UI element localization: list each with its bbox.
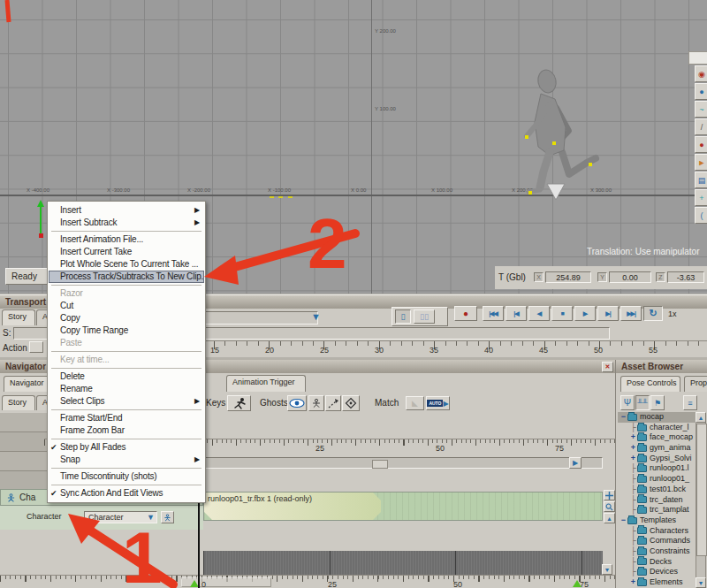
menu-item-insert-animation-file[interactable]: Insert Animation File... — [49, 233, 204, 246]
line-icon[interactable]: / — [695, 118, 707, 135]
hscrollbar-thumb[interactable] — [372, 460, 388, 469]
tree-item-elements[interactable]: +Elements — [618, 577, 696, 588]
character-figure-button[interactable] — [161, 511, 174, 523]
record-button[interactable]: ● — [454, 306, 477, 321]
x-value-field[interactable]: 254.89 — [545, 271, 591, 283]
pan-track-button[interactable] — [604, 490, 615, 500]
go-to-start-button[interactable]: |◀◀ — [483, 306, 504, 321]
asset-browser-titlebar[interactable]: Asset Browser — [616, 360, 707, 373]
expand-minus-icon[interactable]: − — [620, 515, 627, 526]
band-scroll-down-button[interactable]: ▼ — [602, 564, 612, 575]
character-model[interactable] — [511, 64, 603, 202]
scroll-up-button[interactable]: ▲ — [696, 412, 706, 423]
collapse-track-button[interactable]: ▲ — [604, 513, 615, 523]
tab-animation-trigger[interactable]: Animation Trigger — [226, 375, 306, 392]
tab-properties[interactable]: Properties — [684, 376, 707, 392]
loop-button[interactable]: ↻ — [643, 306, 663, 321]
tree-item-decks[interactable]: ├Decks — [618, 557, 696, 568]
menu-item-insert-current-take[interactable]: Insert Current Take — [49, 246, 204, 258]
menu-item-time-discontinuity-shots[interactable]: Time Discontinuity (shots) — [49, 470, 204, 483]
tree-item-characters[interactable]: ├Characters — [618, 526, 696, 537]
menu-item-copy[interactable]: Copy — [49, 312, 204, 325]
tree-item-mocap[interactable]: −mocap — [618, 412, 696, 423]
tree-item-face-mocap[interactable]: +face_mocap — [618, 432, 696, 443]
tree-item-runloop01-l[interactable]: ├runloop01.l — [618, 463, 696, 474]
story-play-button[interactable]: ▶ — [569, 457, 582, 469]
navigator-tab[interactable]: Navigator — [4, 376, 49, 392]
time-cursor[interactable] — [198, 489, 200, 588]
menu-item-insert-subtrack[interactable]: Insert Subtrack▶ — [49, 217, 204, 229]
scroll-down-button[interactable]: ▼ — [696, 577, 706, 588]
layers-icon[interactable]: ▤ — [695, 172, 707, 188]
menu-item-frame-start-end[interactable]: Frame Start/End — [49, 412, 204, 424]
character-dropdown[interactable]: Character ▼ — [84, 511, 157, 523]
navigator-close-button[interactable]: ✕ — [602, 362, 613, 372]
tree-item-gym-anima[interactable]: +gym_anima — [618, 443, 696, 454]
story-hscrollbar[interactable] — [203, 457, 603, 469]
transport-tab-story[interactable]: Story — [2, 309, 35, 325]
tree-item-character-l[interactable]: ├character_l — [618, 423, 696, 433]
asset-tree-scrollbar[interactable]: ▲ ▼ — [696, 412, 706, 588]
figure-button[interactable] — [308, 395, 324, 411]
tree-item-devices[interactable]: ├Devices — [618, 567, 696, 577]
menu-item-sync-action-and-edit-views[interactable]: ✔Sync Action And Edit Views — [49, 487, 204, 500]
expand-minus-icon[interactable]: − — [620, 412, 627, 423]
translation-manipulator[interactable] — [34, 200, 48, 239]
story-tab[interactable]: Story — [2, 395, 35, 410]
stop-button[interactable]: ■ — [551, 306, 573, 321]
tree-view-button[interactable]: Ψ — [620, 395, 635, 410]
menu-item-select-clips[interactable]: Select Clips▶ — [49, 395, 204, 408]
take-combo-arrow-icon[interactable]: ▼ — [311, 311, 321, 322]
tree-item-gypsi-solvi[interactable]: +Gypsi_Solvi — [618, 454, 696, 464]
frame-range-ruler[interactable]: 0255075 — [0, 575, 615, 588]
scrollbar-thumb[interactable] — [696, 424, 707, 556]
playback-speed[interactable]: 1x — [668, 309, 677, 318]
list-view-button[interactable]: ≡ — [683, 395, 697, 410]
match-source-button[interactable]: ◣ — [406, 396, 424, 410]
tree-item-test01-bck[interactable]: ├test01.bck — [618, 485, 696, 495]
menu-item-delete[interactable]: Delete — [49, 370, 204, 383]
wave-icon[interactable]: ~ — [695, 101, 707, 118]
ghosts-button[interactable] — [287, 395, 307, 411]
tree-item-constraints[interactable]: ├Constraints — [618, 546, 696, 557]
pivot-button[interactable] — [342, 395, 360, 411]
record-marker-icon[interactable]: ● — [695, 136, 707, 153]
tree-item-trc-tamplat[interactable]: ├trc_tamplat — [618, 505, 696, 515]
play-button[interactable]: ▶ — [574, 306, 596, 321]
next-key-button[interactable]: ▶| — [597, 306, 619, 321]
menu-item-copy-time-range[interactable]: Copy Time Range — [49, 325, 204, 337]
menu-item-frame-zoom-bar[interactable]: Frame Zoom Bar — [49, 424, 204, 437]
expand-plus-icon[interactable]: + — [629, 432, 637, 443]
tree-item-commands[interactable]: ├Commands — [618, 536, 696, 546]
story-clip-track[interactable]: runloop01_tr.fbx 1 (read-only) — [203, 492, 603, 521]
tree-item-trc-daten[interactable]: ├trc_daten — [618, 495, 696, 506]
point-icon[interactable]: ● — [695, 83, 707, 100]
dual-pane-button[interactable]: ▯▯ — [414, 309, 435, 324]
match-auto-button[interactable]: AUTO ▶ — [426, 396, 450, 410]
flag-view-button[interactable]: ⚑ — [650, 395, 665, 410]
menu-item-plot-whole-scene-to-current-take[interactable]: Plot Whole Scene To Current Take ... — [49, 258, 204, 271]
zoom-track-button[interactable] — [604, 501, 615, 512]
y-value-field[interactable]: 0.00 — [609, 271, 651, 283]
clip-runloop01[interactable]: runloop01_tr.fbx 1 (read-only) — [204, 493, 381, 520]
trajectory-button[interactable] — [325, 395, 341, 411]
menu-item-cut[interactable]: Cut — [49, 300, 204, 312]
subtrack-band[interactable] — [203, 551, 603, 575]
action-toggle[interactable] — [29, 341, 43, 353]
star-icon[interactable]: + — [695, 189, 707, 206]
keys-button[interactable] — [227, 395, 251, 411]
range-end-marker[interactable] — [573, 580, 582, 587]
column-view-button[interactable]: ╨╨ — [635, 395, 650, 410]
expand-plus-icon[interactable]: + — [629, 454, 637, 464]
curve-icon[interactable]: ( — [695, 207, 707, 224]
expand-plus-icon[interactable]: + — [629, 577, 637, 588]
menu-item-insert[interactable]: Insert▶ — [49, 204, 204, 217]
menu-item-snap[interactable]: Snap▶ — [49, 454, 204, 466]
menu-item-rename[interactable]: Rename — [49, 383, 204, 395]
go-to-end-button[interactable]: ▶▶| — [620, 306, 642, 321]
arrow-icon[interactable]: ► — [695, 154, 707, 171]
play-backward-button[interactable]: ◀ — [528, 306, 550, 321]
menu-item-step-by-all-fades[interactable]: ✔Step by All Fades — [49, 441, 204, 454]
expand-plus-icon[interactable]: + — [629, 443, 637, 454]
previous-key-button[interactable]: |◀ — [506, 306, 527, 321]
